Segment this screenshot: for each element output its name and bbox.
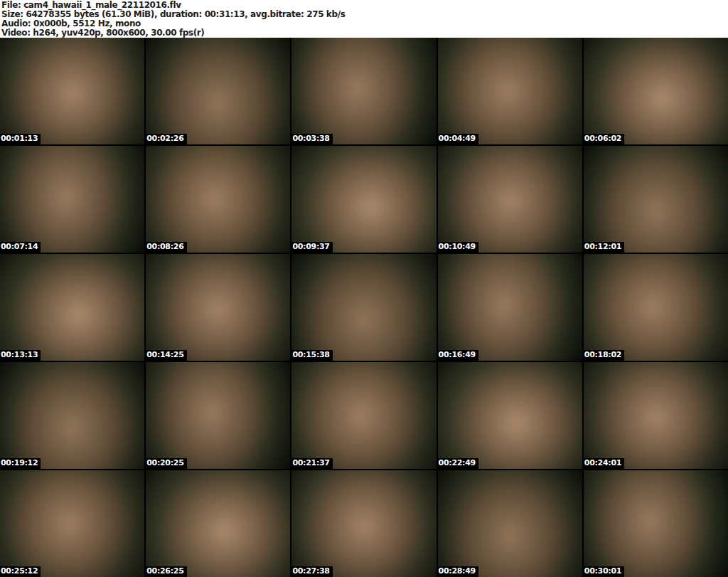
thumbnail-cell: 00:22:49 xyxy=(438,362,582,469)
thumbnail-cell: 00:08:26 xyxy=(146,146,290,253)
thumbnail-cell: 00:04:49 xyxy=(438,38,582,144)
thumbnail-timestamp: 00:25:12 xyxy=(0,566,41,577)
thumbnail-cell: 00:16:49 xyxy=(438,254,582,361)
thumbnail-cell: 00:18:02 xyxy=(584,254,728,361)
thumbnail-cell: 00:14:25 xyxy=(146,254,290,361)
thumbnail-cell: 00:26:25 xyxy=(146,470,290,577)
thumbnail-timestamp: 00:21:37 xyxy=(291,458,332,469)
thumbnail-cell: 00:30:01 xyxy=(584,470,728,577)
thumbnail-timestamp: 00:28:49 xyxy=(438,566,478,577)
thumbnail-cell: 00:21:37 xyxy=(291,362,436,469)
thumbnail-timestamp: 00:03:38 xyxy=(291,134,332,144)
thumbnail-placeholder-image xyxy=(291,38,436,144)
thumbnail-cell: 00:02:26 xyxy=(146,38,290,144)
thumbnail-placeholder-image xyxy=(0,254,144,361)
thumbnail-cell: 00:15:38 xyxy=(291,254,436,361)
thumbnail-cell: 00:07:14 xyxy=(0,146,144,253)
thumbnail-cell: 00:12:01 xyxy=(584,146,728,253)
thumbnail-cell: 00:19:12 xyxy=(0,362,144,469)
thumbnail-cell: 00:13:13 xyxy=(0,254,144,361)
thumbnail-cell: 00:27:38 xyxy=(291,470,436,577)
thumbnail-placeholder-image xyxy=(438,470,582,577)
thumbnail-timestamp: 00:12:01 xyxy=(584,242,624,253)
thumbnail-placeholder-image xyxy=(0,38,144,144)
thumbnail-timestamp: 00:09:37 xyxy=(291,242,332,253)
thumbnail-timestamp: 00:24:01 xyxy=(584,458,624,469)
thumbnail-placeholder-image xyxy=(584,254,728,361)
thumbnail-cell: 00:20:25 xyxy=(146,362,290,469)
thumbnail-timestamp: 00:30:01 xyxy=(584,566,624,577)
thumbnail-cell: 00:10:49 xyxy=(438,146,582,253)
thumbnail-placeholder-image xyxy=(438,254,582,361)
thumbnail-placeholder-image xyxy=(146,362,290,469)
thumbnail-timestamp: 00:06:02 xyxy=(584,134,624,144)
file-info-header: File: cam4_hawaii_1_male_22112016.flv Si… xyxy=(0,0,728,38)
thumbnail-timestamp: 00:27:38 xyxy=(291,566,332,577)
contact-sheet: { "header": { "file_line": "File: cam4_h… xyxy=(0,0,728,577)
thumbnail-placeholder-image xyxy=(146,470,290,577)
thumbnail-placeholder-image xyxy=(146,254,290,361)
thumbnail-timestamp: 00:14:25 xyxy=(146,350,186,361)
thumbnail-placeholder-image xyxy=(584,362,728,469)
thumbnail-placeholder-image xyxy=(0,470,144,577)
thumbnail-placeholder-image xyxy=(0,362,144,469)
thumbnail-cell: 00:28:49 xyxy=(438,470,582,577)
thumbnail-timestamp: 00:18:02 xyxy=(584,350,624,361)
thumbnail-placeholder-image xyxy=(584,470,728,577)
thumbnail-placeholder-image xyxy=(146,38,290,144)
thumbnail-timestamp: 00:20:25 xyxy=(146,458,186,469)
thumbnail-placeholder-image xyxy=(146,146,290,253)
thumbnail-cell: 00:09:37 xyxy=(291,146,436,253)
thumbnail-timestamp: 00:22:49 xyxy=(438,458,478,469)
thumbnail-timestamp: 00:15:38 xyxy=(291,350,332,361)
thumbnail-placeholder-image xyxy=(291,254,436,361)
thumbnail-placeholder-image xyxy=(291,362,436,469)
thumbnail-grid: 00:01:13 00:02:26 00:03:38 00:04:49 00:0… xyxy=(0,38,728,577)
thumbnail-timestamp: 00:07:14 xyxy=(0,242,41,253)
thumbnail-timestamp: 00:19:12 xyxy=(0,458,41,469)
thumbnail-cell: 00:03:38 xyxy=(291,38,436,144)
thumbnail-placeholder-image xyxy=(291,470,436,577)
thumbnail-placeholder-image xyxy=(438,362,582,469)
thumbnail-timestamp: 00:10:49 xyxy=(438,242,478,253)
thumbnail-placeholder-image xyxy=(584,38,728,144)
thumbnail-placeholder-image xyxy=(0,146,144,253)
thumbnail-cell: 00:06:02 xyxy=(584,38,728,144)
thumbnail-placeholder-image xyxy=(584,146,728,253)
thumbnail-cell: 00:01:13 xyxy=(0,38,144,144)
thumbnail-timestamp: 00:16:49 xyxy=(438,350,478,361)
thumbnail-placeholder-image xyxy=(438,146,582,253)
thumbnail-cell: 00:25:12 xyxy=(0,470,144,577)
thumbnail-timestamp: 00:02:26 xyxy=(146,134,186,144)
thumbnail-placeholder-image xyxy=(291,146,436,253)
thumbnail-placeholder-image xyxy=(438,38,582,144)
thumbnail-timestamp: 00:08:26 xyxy=(146,242,186,253)
thumbnail-timestamp: 00:01:13 xyxy=(0,134,41,144)
thumbnail-timestamp: 00:04:49 xyxy=(438,134,478,144)
thumbnail-timestamp: 00:13:13 xyxy=(0,350,41,361)
thumbnail-timestamp: 00:26:25 xyxy=(146,566,186,577)
video-line: Video: h264, yuv420p, 800x600, 30.00 fps… xyxy=(1,28,728,38)
thumbnail-cell: 00:24:01 xyxy=(584,362,728,469)
